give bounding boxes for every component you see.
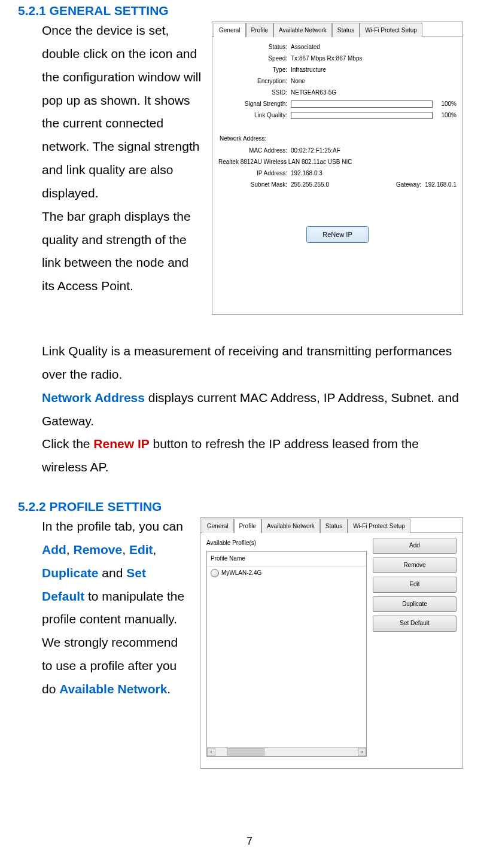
tab-profile[interactable]: Profile	[234, 519, 261, 534]
keyword-renew-ip: Renew IP	[93, 437, 149, 450]
tab-status[interactable]: Status	[320, 519, 348, 534]
paragraph-522-2b: .	[167, 682, 171, 696]
tab-available-network[interactable]: Available Network	[273, 23, 332, 38]
label-gateway: Gateway:	[388, 179, 421, 191]
tab-available-network[interactable]: Available Network	[261, 519, 320, 534]
label-signal-strength: Signal Strength:	[218, 99, 291, 110]
label-link-quality: Link Quality:	[218, 110, 291, 121]
tab-general[interactable]: General	[202, 519, 234, 534]
label-type: Type:	[218, 65, 291, 76]
horizontal-scrollbar[interactable]: ‹ ›	[207, 747, 366, 756]
keyword-add: Add	[42, 543, 66, 556]
profile-icon	[211, 569, 219, 577]
value-signal-strength: 100%	[436, 99, 457, 110]
profile-list[interactable]: Profile Name MyWLAN-2.4G ‹ ›	[206, 551, 367, 757]
set-default-button[interactable]: Set Default	[373, 616, 457, 632]
paragraph-521-5a: Click the	[42, 437, 93, 450]
tab-wifi-protect-setup[interactable]: Wi-Fi Protect Setup	[360, 23, 422, 38]
value-subnet: 255.255.255.0	[291, 179, 388, 191]
tab-bar: General Profile Available Network Status…	[212, 22, 463, 37]
edit-button[interactable]: Edit	[373, 577, 457, 593]
paragraph-522-1a: In the profile tab, you can	[42, 519, 183, 533]
column-header-profile-name: Profile Name	[207, 552, 366, 567]
value-encryption: None	[291, 76, 457, 87]
paragraph-521-1: Once the device is set, double click on …	[42, 23, 201, 200]
scroll-right-button[interactable]: ›	[358, 748, 366, 756]
label-adapter: Realtek 8812AU Wireless LAN 802.11ac USB…	[218, 157, 355, 168]
comma: ,	[153, 543, 157, 556]
scroll-left-button[interactable]: ‹	[207, 748, 215, 756]
tab-general[interactable]: General	[214, 23, 246, 38]
paragraph-521-2: The bar graph displays the quality and s…	[42, 209, 191, 293]
figure-general-tab: General Profile Available Network Status…	[212, 22, 463, 315]
keyword-network-address: Network Address	[42, 391, 145, 404]
section-title-521: 5.2.1 GENERAL SETTING	[18, 4, 463, 18]
value-link-quality: 100%	[436, 110, 457, 121]
label-status: Status:	[218, 42, 291, 53]
keyword-duplicate: Duplicate	[42, 566, 99, 580]
tab-bar: General Profile Available Network Status…	[200, 518, 463, 533]
signal-strength-bar	[291, 100, 433, 108]
label-mac: MAC Address:	[218, 145, 291, 157]
duplicate-button[interactable]: Duplicate	[373, 596, 457, 613]
label-encryption: Encryption:	[218, 76, 291, 87]
keyword-available-network: Available Network	[59, 682, 167, 696]
add-button[interactable]: Add	[373, 538, 457, 554]
keyword-edit: Edit	[129, 543, 153, 556]
scroll-thumb[interactable]	[227, 748, 264, 756]
label-ssid: SSID:	[218, 87, 291, 99]
comma: ,	[122, 543, 129, 556]
profile-item-label: MyWLAN-2.4G	[221, 568, 261, 579]
renew-ip-button[interactable]: ReNew IP	[306, 226, 369, 243]
keyword-remove: Remove	[74, 543, 123, 556]
remove-button[interactable]: Remove	[373, 558, 457, 574]
value-status: Associated	[291, 42, 457, 53]
label-available-profiles: Available Profile(s)	[206, 538, 367, 549]
value-mac: 00:02:72:F1:25:AF	[291, 145, 457, 157]
tab-wifi-protect-setup[interactable]: Wi-Fi Protect Setup	[348, 519, 410, 534]
list-item[interactable]: MyWLAN-2.4G	[207, 567, 366, 580]
tab-status[interactable]: Status	[332, 23, 360, 38]
value-ssid: NETGEAR63-5G	[291, 87, 457, 99]
link-quality-bar	[291, 112, 433, 119]
figure-profile-tab: General Profile Available Network Status…	[200, 517, 463, 769]
comma: ,	[66, 543, 74, 556]
section-title-522: 5.2.2 PROFILE SETTING	[18, 500, 463, 514]
tab-profile[interactable]: Profile	[246, 23, 273, 38]
label-network-address: Network Address:	[220, 133, 457, 145]
label-ip: IP Address:	[218, 168, 291, 179]
value-ip: 192.168.0.3	[291, 168, 457, 179]
page-number: 7	[0, 835, 499, 848]
label-speed: Speed:	[218, 53, 291, 65]
value-type: Infrastructure	[291, 65, 457, 76]
value-speed: Tx:867 Mbps Rx:867 Mbps	[291, 53, 457, 65]
label-subnet: Subnet Mask:	[218, 179, 291, 191]
paragraph-521-3: Link Quality is a measurement of receivi…	[42, 344, 452, 381]
text-and: and	[99, 566, 127, 580]
value-gateway: 192.168.0.1	[421, 179, 457, 191]
